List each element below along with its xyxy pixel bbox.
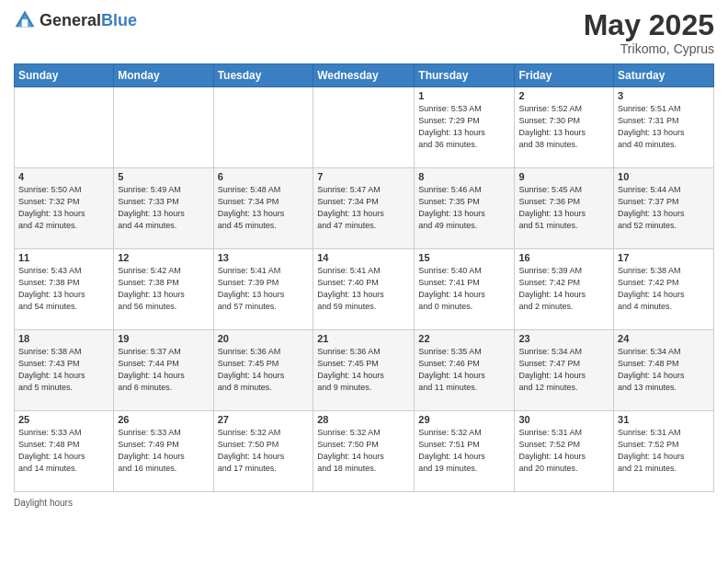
calendar-cell: 28Sunrise: 5:32 AM Sunset: 7:50 PM Dayli… <box>313 411 415 492</box>
day-number: 14 <box>317 252 410 263</box>
calendar-cell: 12Sunrise: 5:42 AM Sunset: 7:38 PM Dayli… <box>114 249 213 330</box>
calendar-week-row: 4Sunrise: 5:50 AM Sunset: 7:32 PM Daylig… <box>15 168 714 249</box>
day-info: Sunrise: 5:44 AM Sunset: 7:37 PM Dayligh… <box>618 184 710 232</box>
day-info: Sunrise: 5:32 AM Sunset: 7:50 PM Dayligh… <box>317 427 410 475</box>
day-info: Sunrise: 5:48 AM Sunset: 7:34 PM Dayligh… <box>218 184 310 232</box>
calendar-location: Trikomo, Cyprus <box>584 41 714 56</box>
day-number: 20 <box>218 333 310 344</box>
logo-text: GeneralBlue <box>40 11 137 30</box>
day-number: 26 <box>118 414 209 425</box>
day-info: Sunrise: 5:39 AM Sunset: 7:42 PM Dayligh… <box>518 265 609 313</box>
calendar-cell <box>114 87 213 168</box>
weekday-header: Saturday <box>614 64 714 87</box>
calendar-week-row: 1Sunrise: 5:53 AM Sunset: 7:29 PM Daylig… <box>15 87 714 168</box>
day-number: 9 <box>518 171 609 182</box>
weekday-header-row: SundayMondayTuesdayWednesdayThursdayFrid… <box>15 64 714 87</box>
calendar-cell: 17Sunrise: 5:38 AM Sunset: 7:42 PM Dayli… <box>614 249 714 330</box>
header: GeneralBlue May 2025 Trikomo, Cyprus <box>14 9 714 56</box>
day-info: Sunrise: 5:50 AM Sunset: 7:32 PM Dayligh… <box>18 184 109 232</box>
day-number: 28 <box>317 414 410 425</box>
logo-blue: Blue <box>101 11 137 29</box>
day-info: Sunrise: 5:41 AM Sunset: 7:40 PM Dayligh… <box>317 265 410 313</box>
day-info: Sunrise: 5:49 AM Sunset: 7:33 PM Dayligh… <box>118 184 209 232</box>
calendar-cell: 8Sunrise: 5:46 AM Sunset: 7:35 PM Daylig… <box>415 168 515 249</box>
day-info: Sunrise: 5:43 AM Sunset: 7:38 PM Dayligh… <box>18 265 109 313</box>
day-number: 2 <box>518 90 609 101</box>
day-number: 5 <box>118 171 209 182</box>
calendar-cell: 27Sunrise: 5:32 AM Sunset: 7:50 PM Dayli… <box>213 411 313 492</box>
day-number: 13 <box>218 252 310 263</box>
day-info: Sunrise: 5:35 AM Sunset: 7:46 PM Dayligh… <box>418 346 510 394</box>
day-number: 19 <box>118 333 209 344</box>
day-info: Sunrise: 5:52 AM Sunset: 7:30 PM Dayligh… <box>518 103 609 151</box>
daylight-hours-label: Daylight hours <box>14 498 73 508</box>
day-number: 22 <box>418 333 510 344</box>
calendar-cell: 31Sunrise: 5:31 AM Sunset: 7:52 PM Dayli… <box>614 411 714 492</box>
day-number: 12 <box>118 252 209 263</box>
weekday-header: Tuesday <box>213 64 313 87</box>
page: GeneralBlue May 2025 Trikomo, Cyprus Sun… <box>0 0 728 563</box>
calendar-cell: 18Sunrise: 5:38 AM Sunset: 7:43 PM Dayli… <box>15 330 114 411</box>
calendar-cell: 11Sunrise: 5:43 AM Sunset: 7:38 PM Dayli… <box>15 249 114 330</box>
day-number: 23 <box>518 333 609 344</box>
day-number: 21 <box>317 333 410 344</box>
day-info: Sunrise: 5:36 AM Sunset: 7:45 PM Dayligh… <box>317 346 410 394</box>
weekday-header: Thursday <box>415 64 515 87</box>
weekday-header: Wednesday <box>313 64 415 87</box>
day-number: 3 <box>618 90 710 101</box>
calendar-week-row: 25Sunrise: 5:33 AM Sunset: 7:48 PM Dayli… <box>15 411 714 492</box>
day-number: 27 <box>218 414 310 425</box>
day-info: Sunrise: 5:38 AM Sunset: 7:43 PM Dayligh… <box>18 346 109 394</box>
calendar-cell: 3Sunrise: 5:51 AM Sunset: 7:31 PM Daylig… <box>614 87 714 168</box>
day-number: 30 <box>518 414 609 425</box>
calendar-cell: 22Sunrise: 5:35 AM Sunset: 7:46 PM Dayli… <box>415 330 515 411</box>
day-number: 18 <box>18 333 109 344</box>
day-info: Sunrise: 5:53 AM Sunset: 7:29 PM Dayligh… <box>418 103 510 151</box>
calendar-cell: 2Sunrise: 5:52 AM Sunset: 7:30 PM Daylig… <box>515 87 614 168</box>
calendar-cell: 9Sunrise: 5:45 AM Sunset: 7:36 PM Daylig… <box>515 168 614 249</box>
calendar-cell: 15Sunrise: 5:40 AM Sunset: 7:41 PM Dayli… <box>415 249 515 330</box>
day-number: 7 <box>317 171 410 182</box>
calendar-cell: 7Sunrise: 5:47 AM Sunset: 7:34 PM Daylig… <box>313 168 415 249</box>
svg-rect-2 <box>22 19 28 27</box>
day-number: 6 <box>218 171 310 182</box>
weekday-header: Sunday <box>15 64 114 87</box>
calendar-cell: 25Sunrise: 5:33 AM Sunset: 7:48 PM Dayli… <box>15 411 114 492</box>
calendar-cell: 5Sunrise: 5:49 AM Sunset: 7:33 PM Daylig… <box>114 168 213 249</box>
day-info: Sunrise: 5:31 AM Sunset: 7:52 PM Dayligh… <box>518 427 609 475</box>
weekday-header: Friday <box>515 64 614 87</box>
day-info: Sunrise: 5:36 AM Sunset: 7:45 PM Dayligh… <box>218 346 310 394</box>
day-number: 25 <box>18 414 109 425</box>
day-number: 15 <box>418 252 510 263</box>
day-info: Sunrise: 5:45 AM Sunset: 7:36 PM Dayligh… <box>518 184 609 232</box>
day-info: Sunrise: 5:34 AM Sunset: 7:47 PM Dayligh… <box>518 346 609 394</box>
logo-general: General <box>40 11 101 29</box>
calendar-table: SundayMondayTuesdayWednesdayThursdayFrid… <box>14 63 714 492</box>
day-number: 16 <box>518 252 609 263</box>
day-info: Sunrise: 5:34 AM Sunset: 7:48 PM Dayligh… <box>618 346 710 394</box>
calendar-title: May 2025 <box>584 9 714 41</box>
day-number: 1 <box>418 90 510 101</box>
day-info: Sunrise: 5:32 AM Sunset: 7:51 PM Dayligh… <box>418 427 510 475</box>
calendar-cell: 1Sunrise: 5:53 AM Sunset: 7:29 PM Daylig… <box>415 87 515 168</box>
day-info: Sunrise: 5:33 AM Sunset: 7:48 PM Dayligh… <box>18 427 109 475</box>
day-info: Sunrise: 5:33 AM Sunset: 7:49 PM Dayligh… <box>118 427 209 475</box>
calendar-cell <box>313 87 415 168</box>
day-number: 17 <box>618 252 710 263</box>
calendar-cell: 30Sunrise: 5:31 AM Sunset: 7:52 PM Dayli… <box>515 411 614 492</box>
day-number: 24 <box>618 333 710 344</box>
day-info: Sunrise: 5:32 AM Sunset: 7:50 PM Dayligh… <box>218 427 310 475</box>
calendar-cell <box>213 87 313 168</box>
day-number: 31 <box>618 414 710 425</box>
calendar-week-row: 11Sunrise: 5:43 AM Sunset: 7:38 PM Dayli… <box>15 249 714 330</box>
calendar-cell: 20Sunrise: 5:36 AM Sunset: 7:45 PM Dayli… <box>213 330 313 411</box>
calendar-week-row: 18Sunrise: 5:38 AM Sunset: 7:43 PM Dayli… <box>15 330 714 411</box>
day-info: Sunrise: 5:40 AM Sunset: 7:41 PM Dayligh… <box>418 265 510 313</box>
calendar-cell: 16Sunrise: 5:39 AM Sunset: 7:42 PM Dayli… <box>515 249 614 330</box>
calendar-cell: 19Sunrise: 5:37 AM Sunset: 7:44 PM Dayli… <box>114 330 213 411</box>
day-info: Sunrise: 5:47 AM Sunset: 7:34 PM Dayligh… <box>317 184 410 232</box>
calendar-cell: 24Sunrise: 5:34 AM Sunset: 7:48 PM Dayli… <box>614 330 714 411</box>
day-info: Sunrise: 5:46 AM Sunset: 7:35 PM Dayligh… <box>418 184 510 232</box>
day-info: Sunrise: 5:31 AM Sunset: 7:52 PM Dayligh… <box>618 427 710 475</box>
day-info: Sunrise: 5:38 AM Sunset: 7:42 PM Dayligh… <box>618 265 710 313</box>
